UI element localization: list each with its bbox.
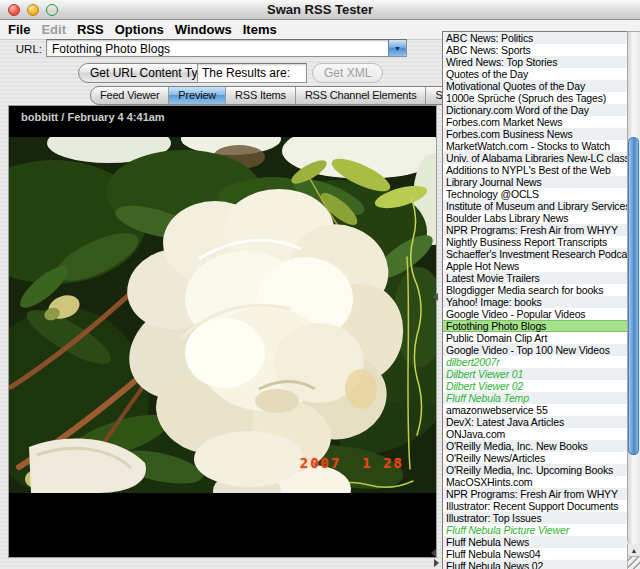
splitter-collapse-arrow[interactable] <box>433 293 438 301</box>
feed-list-item[interactable]: Dilbert Viewer 02 <box>443 380 627 392</box>
feed-list-item[interactable]: Google Video - Top 100 New Videos <box>443 344 627 356</box>
feed-list-item[interactable]: Fotothing Photo Blogs <box>443 320 627 332</box>
resize-grip[interactable] <box>627 556 640 569</box>
feed-list-item[interactable]: Yahoo! Image: books <box>443 296 627 308</box>
feed-list-item[interactable]: Fluff Nebula News04 <box>443 548 627 560</box>
feed-list-item[interactable]: ONJava.com <box>443 428 627 440</box>
tab[interactable]: RSS Channel Elements <box>296 87 427 104</box>
feed-list-item[interactable]: Dilbert Viewer 01 <box>443 368 627 380</box>
tab[interactable]: RSS Items <box>226 87 296 104</box>
feed-list: ABC News: PoliticsABC News: SportsWired … <box>442 31 627 569</box>
feed-list-item[interactable]: Illustrator: Recent Support Documents <box>443 500 627 512</box>
title-bar: Swan RSS Tester <box>0 0 640 20</box>
menu-item[interactable]: File <box>8 22 39 37</box>
feed-list-item[interactable]: Blogdigger Media search for books <box>443 284 627 296</box>
scroll-right-arrow[interactable] <box>434 559 439 567</box>
menu-item[interactable]: Edit <box>41 22 75 37</box>
feed-list-item[interactable]: ABC News: Sports <box>443 44 627 56</box>
window-title: Swan RSS Tester <box>0 2 640 17</box>
menu-item[interactable]: Items <box>243 22 286 37</box>
photo-date-stamp: 2007 1 28 <box>300 455 404 471</box>
feed-list-item[interactable]: Quotes of the Day <box>443 68 627 80</box>
feed-list-item[interactable]: Public Domain Clip Art <box>443 332 627 344</box>
combobox-arrow-button[interactable]: ▼ <box>388 40 406 56</box>
feed-list-item[interactable]: Nightly Business Report Transcripts <box>443 236 627 248</box>
feed-list-item[interactable]: Apple Hot News <box>443 260 627 272</box>
feed-list-item[interactable]: Wired News: Top Stories <box>443 56 627 68</box>
url-combobox-value: Fotothing Photo Blogs <box>52 42 170 56</box>
feed-list-item[interactable]: Fluff Nebula Temp <box>443 392 627 404</box>
feed-list-item[interactable]: O'Reilly Media, Inc. New Books <box>443 440 627 452</box>
photo-caption: bobbitt / February 4 4:41am <box>21 111 165 123</box>
get-xml-button[interactable]: Get XML <box>312 63 383 83</box>
url-combobox[interactable]: Fotothing Photo Blogs ▼ <box>46 39 407 57</box>
feed-list-item[interactable]: Forbes.com Business News <box>443 128 627 140</box>
preview-pane: bobbitt / February 4 4:41am <box>8 105 437 558</box>
feed-list-item[interactable]: MacOSXHints.com <box>443 476 627 488</box>
app-window: Swan RSS Tester FileEditRSSOptionsWindow… <box>0 0 640 569</box>
scrollbar-thumb[interactable] <box>628 137 639 455</box>
url-label: URL: <box>0 43 42 55</box>
feed-list-item[interactable]: Google Video - Popular Videos <box>443 308 627 320</box>
feed-list-item[interactable]: Fluff Nebula News <box>443 536 627 548</box>
feed-list-item[interactable]: amazonwebservice 55 <box>443 404 627 416</box>
feed-list-item[interactable]: Fluff Nebula News 02 <box>443 560 627 569</box>
scroll-left-arrow[interactable] <box>431 549 436 557</box>
feed-list-item[interactable]: Technology @OCLS <box>443 188 627 200</box>
menu-item[interactable]: Options <box>115 22 173 37</box>
feed-list-item[interactable]: Forbes.com Market News <box>443 116 627 128</box>
feed-list-item[interactable]: O'Reilly Media, Inc. Upcoming Books <box>443 464 627 476</box>
feed-list-item[interactable]: DevX: Latest Java Articles <box>443 416 627 428</box>
menu-item[interactable]: RSS <box>77 22 113 37</box>
tab[interactable]: Preview <box>169 87 226 104</box>
feed-list-item[interactable]: Schaeffer's Investment Research Podcasts <box>443 248 627 260</box>
feed-list-item[interactable]: dilbert2007r <box>443 356 627 368</box>
preview-photo: 2007 1 28 <box>9 137 436 493</box>
feed-list-item[interactable]: NPR Programs: Fresh Air from WHYY <box>443 488 627 500</box>
results-field[interactable] <box>197 63 307 83</box>
feed-list-item[interactable]: 1000e Sprüche (Spruch des Tages) <box>443 92 627 104</box>
feed-list-item[interactable]: NPR Programs: Fresh Air from WHYY <box>443 224 627 236</box>
feed-list-item[interactable]: Additions to NYPL's Best of the Web <box>443 164 627 176</box>
tab-bar: Feed ViewerPreviewRSS ItemsRSS Channel E… <box>90 86 493 105</box>
tab[interactable]: Feed Viewer <box>91 87 169 104</box>
feed-list-item[interactable]: Institute of Museum and Library Services <box>443 200 627 212</box>
feed-list-item[interactable]: Fluff Nebula Picture Viewer <box>443 524 627 536</box>
feed-list-item[interactable]: Boulder Labs Library News <box>443 212 627 224</box>
scroll-up-button[interactable]: ▲ <box>627 544 640 556</box>
feed-list-item[interactable]: Latest Movie Trailers <box>443 272 627 284</box>
feed-list-item[interactable]: Illustrator: Top Issues <box>443 512 627 524</box>
feed-list-item[interactable]: Library Journal News <box>443 176 627 188</box>
flower-photo-art <box>9 137 436 493</box>
feed-list-item[interactable]: MarketWatch.com - Stocks to Watch <box>443 140 627 152</box>
menu-item[interactable]: Windows <box>175 22 241 37</box>
feed-list-item[interactable]: ABC News: Politics <box>443 32 627 44</box>
feed-list-item[interactable]: Univ. of Alabama Libraries New-LC class … <box>443 152 627 164</box>
feed-list-item[interactable]: O'Reilly News/Articles <box>443 452 627 464</box>
feed-list-item[interactable]: Motivational Quotes of the Day <box>443 80 627 92</box>
feed-list-item[interactable]: Dictionary.com Word of the Day <box>443 104 627 116</box>
